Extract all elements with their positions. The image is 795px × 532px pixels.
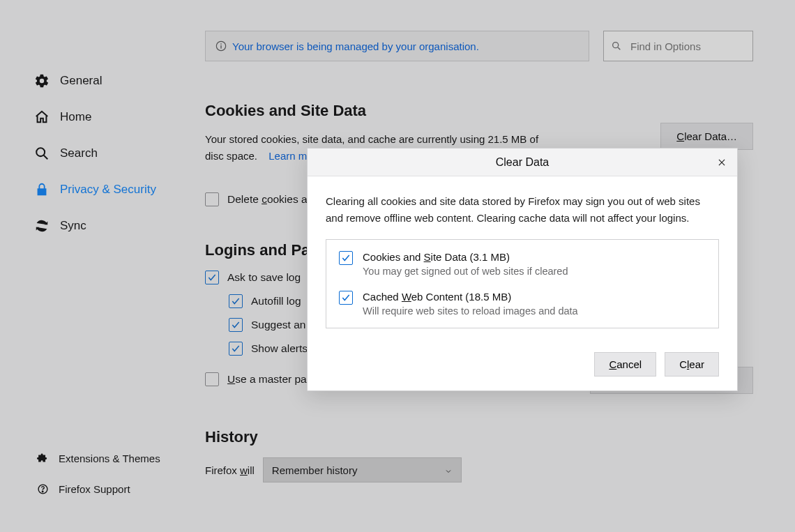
sidebar-item-privacy-security[interactable]: Privacy & Security <box>33 172 167 208</box>
show-alerts-label: Show alerts <box>251 342 308 355</box>
sidebar-item-search[interactable]: Search <box>33 135 167 172</box>
option-cached-web-content: Cached Web Content (18.5 MB) Will requir… <box>339 291 706 317</box>
sidebar-item-sync[interactable]: Sync <box>33 208 167 244</box>
section-title-cookies: Cookies and Site Data <box>205 102 753 120</box>
bottom-link-label: Firefox Support <box>59 483 130 495</box>
svg-point-6 <box>613 43 619 48</box>
sync-icon <box>33 218 50 234</box>
info-icon <box>215 40 227 52</box>
autofill-logins-label: Autofill log <box>251 295 301 307</box>
dialog-options: Cookies and Site Data (3.1 MB) You may g… <box>326 239 719 328</box>
bottom-link-label: Extensions & Themes <box>59 453 160 464</box>
search-in-options[interactable] <box>603 31 753 61</box>
clear-data-dialog: Clear Data Clearing all cookies and site… <box>307 148 738 391</box>
sidebar-item-label: Sync <box>60 219 86 233</box>
clear-button[interactable]: Clear <box>665 352 719 377</box>
section-history: History Firefox will Remember history <box>205 428 753 482</box>
banner-text: Your browser is being managed by your or… <box>232 40 479 52</box>
home-icon <box>33 109 50 126</box>
delete-cookies-checkbox[interactable] <box>205 192 219 206</box>
use-master-password-checkbox[interactable] <box>205 372 219 386</box>
option-cached-title: Cached Web Content (18.5 MB) <box>363 291 578 303</box>
option-cookies-title: Cookies and Site Data (3.1 MB) <box>363 251 568 263</box>
puzzle-icon <box>36 452 49 464</box>
sidebar-item-label: General <box>60 74 102 88</box>
history-mode-select[interactable]: Remember history <box>263 457 462 482</box>
sidebar: General Home Search Privacy & Security <box>0 0 174 532</box>
bottom-link-support[interactable]: Firefox Support <box>36 473 167 504</box>
dialog-description: Clearing all cookies and site data store… <box>326 193 719 227</box>
option-cached-sub: Will require web sites to reload images … <box>363 305 578 317</box>
close-button[interactable] <box>713 154 730 171</box>
search-input[interactable] <box>629 40 745 53</box>
svg-point-0 <box>36 148 45 156</box>
question-icon <box>36 482 49 495</box>
svg-rect-5 <box>220 45 221 49</box>
search-icon <box>33 145 50 162</box>
show-alerts-checkbox[interactable] <box>229 342 243 356</box>
chevron-down-icon <box>444 466 453 474</box>
autofill-logins-checkbox[interactable] <box>229 294 243 308</box>
sidebar-item-label: Privacy & Security <box>60 183 156 197</box>
sidebar-item-home[interactable]: Home <box>33 99 167 135</box>
bottom-link-extensions[interactable]: Extensions & Themes <box>36 443 167 473</box>
sidebar-item-general[interactable]: General <box>33 63 167 99</box>
suggest-passwords-checkbox[interactable] <box>229 318 243 332</box>
delete-cookies-label: Delete cookies a <box>227 193 308 206</box>
sidebar-item-label: Search <box>60 146 98 160</box>
option-cached-checkbox[interactable] <box>339 291 353 305</box>
learn-more-link[interactable]: Learn m <box>268 150 307 162</box>
sidebar-item-label: Home <box>60 110 91 124</box>
option-cookies-sub: You may get signed out of web sites if c… <box>363 266 568 277</box>
dialog-title-bar: Clear Data <box>308 149 737 176</box>
managed-banner[interactable]: Your browser is being managed by your or… <box>205 31 589 61</box>
history-mode-value: Remember history <box>272 464 358 476</box>
dialog-title: Clear Data <box>496 156 549 169</box>
option-cookies-site-data: Cookies and Site Data (3.1 MB) You may g… <box>339 251 706 277</box>
svg-point-2 <box>42 491 43 492</box>
clear-data-button[interactable]: Clear Data… <box>660 123 753 150</box>
search-icon <box>611 40 622 52</box>
option-cookies-checkbox[interactable] <box>339 251 353 265</box>
svg-point-4 <box>220 43 222 45</box>
ask-save-logins-checkbox[interactable] <box>205 271 219 284</box>
ask-save-logins-label: Ask to save log <box>227 271 301 284</box>
gear-icon <box>33 73 50 89</box>
lock-icon <box>33 181 50 198</box>
suggest-passwords-label: Suggest an <box>251 319 305 331</box>
history-prefix: Firefox will <box>205 464 255 476</box>
cancel-button[interactable]: Cancel <box>594 352 656 377</box>
section-title-history: History <box>205 428 753 446</box>
